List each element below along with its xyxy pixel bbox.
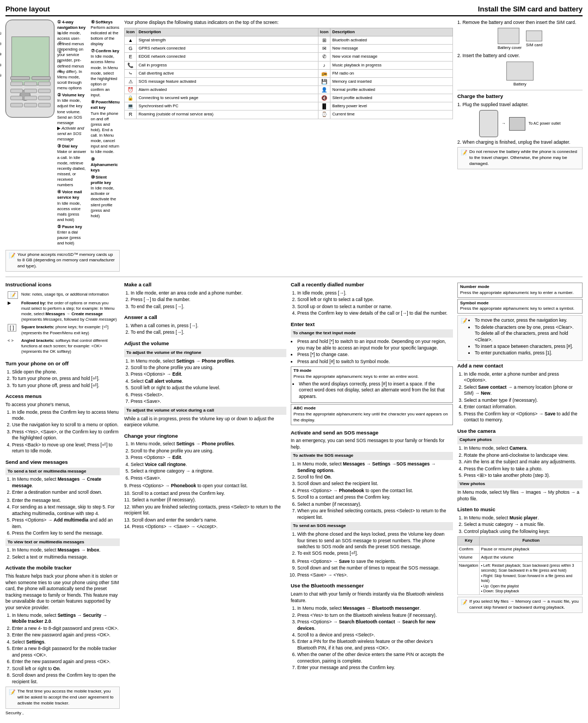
make-call-section: Make a call In Idle mode, enter an area … [124,281,286,310]
table-row: ⚠ SOS message feature activated 💾 Memory… [125,77,453,85]
desc-gprs: GPRS network connected [137,45,318,53]
activate-sos-intro: In an emergency, you can send SOS messag… [291,438,453,450]
send-view-messages-section: Send and view messages To send a text or… [5,459,120,561]
key10-title: ⑩ Silent profile key [91,175,112,185]
list-item: Press and hold [*] to switch to an input… [297,339,453,351]
icon-gprs: G [125,45,137,53]
list-item: Enter a PIN for the Bluetooth wireless f… [297,639,453,651]
change-mode-steps: Press and hold [*] to switch to an input… [291,339,453,365]
use-camera-title: Use the camera [457,428,583,435]
listen-steps: In Menu mode, select Music player. Selec… [457,515,583,535]
add-contact-section: Add a new contact In Idle mode, enter a … [457,363,583,424]
phone-diagram: ①②③④⑤ ⑥⑦⑧⑨⑩ ① 4-way navigation key In Id… [5,20,120,248]
table-row: 📞 Call in progress ♪ Music playback in p… [125,61,453,69]
icon-sos: ⚠ [125,77,137,85]
list-item: Scroll left or right to On. [12,666,120,672]
list-item: To exit SOS mode, press [⏎]. [297,550,453,556]
icon-edge: E [125,53,137,61]
icon-new-msg: ✉ [318,45,330,53]
status-section: Your phone displays the following status… [124,20,453,273]
list-item: Enter contact information. [464,404,583,410]
memory-note-text: Your phone accepts microSD™ memory cards… [17,252,117,269]
send-sos-steps: With the phone closed and the keys locke… [291,531,453,557]
icon-secure: 🔒 [125,94,137,102]
desc-secure: Connecting to secured web page [137,94,318,102]
list-item: Scroll to the phone profile you are usin… [131,365,286,371]
send-step11: 11. Select a number (if necessary). [124,497,286,503]
icon-divert: ⤷ [125,69,137,77]
desc-edge: EDGE network connected [137,53,318,61]
list-item: Rotate the phone anti-clockwise to lands… [464,452,583,458]
list-item: In Idle mode, press [→]. [297,290,453,296]
key9-title: ⑨ Alphanumeric keys [91,157,118,173]
list-item: Enter your message and press the Confirm… [297,665,453,671]
icon-signal: ▲ [125,36,137,45]
icon-battery: ▐▌ [318,102,330,111]
col-key: Key [458,537,480,545]
phone-layout-left: ①②③④⑤ ⑥⑦⑧⑨⑩ ① 4-way navigation key In Id… [5,20,120,273]
desc-signal: Signal strength [137,36,318,45]
key4-desc: In Idle mode, access voice mails (press … [57,201,81,222]
column-middle: Make a call In Idle mode, enter an area … [124,281,453,720]
view-photos-subtitle: View photos [457,480,583,488]
icon-music: ♪ [318,61,330,69]
page-header: Phone layout Install the SIM card and ba… [5,4,583,16]
view-msg-steps: In Menu mode, select Messages → Inbox. S… [5,547,120,560]
list-item: Select a number type if (necessary). [464,397,583,403]
list-item: In Idle mode, press the Confirm key to a… [12,409,120,422]
desc-alarm: Alarm activated [137,85,318,94]
sim-step1: 1. Remove the battery and cover then ins… [457,20,583,26]
key6-desc: Perform actions indicated at the bottom … [91,25,120,46]
view-photos-text: In Menu mode, select My files → Images →… [457,489,583,502]
access-menus-intro: To access your phone's menus, [5,402,120,408]
key1-title: ① 4-way navigation key [57,20,85,30]
key2-desc: In Idle mode, adjust the key tone volume… [57,98,84,142]
icon-memcard: 💾 [318,77,330,85]
music-note-icon: 📝 [461,599,467,606]
charge-title: Charge the battery [457,93,583,100]
cursor-tips-box: 📝 To move the cursor, press the navigati… [457,315,583,361]
list-item: To end the call, press [→]. [131,304,286,310]
change-ringtone-title: Change your ringtone [124,433,286,440]
desc-battery: Battery power level [330,102,453,111]
turn-phone-section: Turn your phone on or off Slide open the… [5,360,120,389]
list-item: Press <Save>. [131,475,286,481]
change-ringtone-steps: In Menu mode, select Settings → Phone pr… [124,441,286,481]
list-item: Scroll to the phone profile you are usin… [131,448,286,454]
activate-sos-section: Activate and send an SOS message In an e… [291,430,453,579]
answer-call-section: Answer a call When a call comes in, pres… [124,314,286,336]
symbol-mode-title: Symbol mode [460,301,488,305]
cursor-tips-icon: 📝 [461,317,467,325]
list-item: Use the navigation key to scroll to a me… [12,422,120,428]
desc-bluetooth: Bluetooth activated [330,36,453,45]
send-msg-steps: In Menu mode, select Messages → Create m… [5,476,120,495]
list-item: In Menu mode, select Messages → Inbox. [12,547,120,553]
list-item: Press [*] to change case. [297,352,453,358]
send-step13: 13. Scroll down and enter the sender's n… [124,517,286,523]
t9-mode-box: T9 mode Press the appropriate alphanumer… [291,366,453,403]
list-item: Press and hold [#] to switch to Symbol m… [297,359,453,365]
list-item: Scroll down and set the number of times … [297,565,453,571]
status-col-icon1: Icon [125,28,137,36]
list-item: In Menu mode, select Camera. [464,445,583,451]
bluetooth-section: Use the Bluetooth messenger Learn to cha… [291,583,453,671]
abc-title: ABC mode [293,406,316,410]
number-mode-section: Number mode Press the appropriate alphan… [457,283,583,298]
list-item: In Idle mode, enter an area code and a p… [131,290,286,296]
icon-bluetooth: ⊞ [318,36,330,45]
list-item: Press <Options> → Edit. [131,371,286,377]
list-item: Scroll left or right to adjust the volum… [131,385,286,391]
list-item: Enter the new password again and press <… [12,659,120,665]
list-item: Scroll down and press the Confirm key to… [12,672,120,685]
list-item: Press <Yes>, <Save>, or the Confirm key … [12,429,120,442]
tracker-note-box: 📝 The first time you access the mobile t… [5,687,120,708]
memory-note-box: 📝 Your phone accepts microSD™ memory car… [5,250,120,272]
send-sos-subtitle: To send an SOS message [291,522,453,530]
charge-warning-text: Do not remove the battery while the phon… [469,149,579,167]
list-item: In Menu mode, select Messages → Create m… [12,476,120,489]
sim-battery-section: 1. Remove the battery and cover then ins… [457,20,583,273]
memory-note-icon: 📝 [9,252,15,260]
key5-desc: Enter a dial pause (press and hold) [57,230,81,246]
key6-title: ⑥ Softkeys [91,20,113,24]
column-left: Instructional icons 📝 Note: notes, usage… [5,281,120,720]
